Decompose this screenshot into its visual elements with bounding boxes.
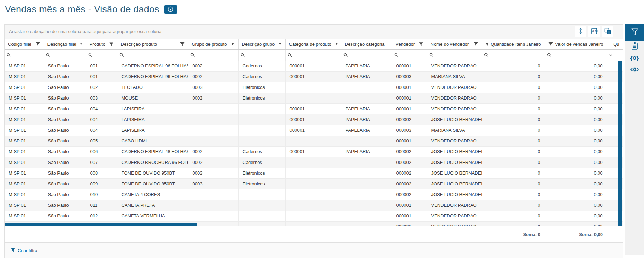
filter-cell[interactable] (392, 49, 427, 61)
filters-button[interactable] (625, 24, 644, 41)
preview-button[interactable] (625, 64, 644, 76)
grid-cell: M SP 01 (5, 211, 44, 221)
filter-cell[interactable] (5, 49, 44, 61)
header-filter-icon[interactable] (80, 42, 82, 46)
column-header[interactable]: Quantidade Itens Janeiro (482, 39, 545, 49)
filter-cell[interactable] (188, 49, 238, 61)
filter-cell[interactable] (86, 49, 117, 61)
filter-cell[interactable] (44, 49, 86, 61)
filter-cell[interactable] (238, 49, 285, 61)
horizontal-scrollbar[interactable] (5, 223, 197, 226)
header-filter-icon[interactable] (231, 42, 234, 46)
filter-icon (11, 248, 15, 253)
grid-cell: 0,00 (545, 222, 607, 226)
header-filter-icon[interactable] (548, 42, 553, 46)
column-header[interactable]: Nome do vendedor (427, 39, 482, 49)
filter-input[interactable] (400, 53, 425, 58)
grid-cell: CANETA 4 CORES (117, 189, 188, 200)
filter-input[interactable] (94, 53, 115, 58)
column-header[interactable]: Descrição produto (117, 39, 188, 49)
filter-input[interactable] (553, 53, 605, 58)
search-icon (190, 53, 195, 57)
grid-cell: 0003 (188, 168, 238, 178)
parameters-button[interactable]: {0} (625, 53, 644, 64)
report-button[interactable] (625, 41, 644, 53)
grid-cell: PAPELARIA (341, 125, 392, 136)
grid-cell: 009 (86, 178, 117, 189)
search-icon (429, 53, 433, 57)
filter-cell[interactable] (285, 49, 341, 61)
create-filter-link[interactable]: Criar filtro (11, 248, 37, 253)
grid-cell: VENDEDOR PADRAO (427, 93, 482, 103)
filter-cell[interactable] (427, 49, 482, 61)
grid-cell: LAPISEIRA (117, 114, 188, 125)
info-icon (168, 6, 173, 13)
grid-cell: M SP 01 (5, 200, 44, 211)
filter-cell[interactable] (545, 49, 607, 61)
filter-input[interactable] (125, 53, 186, 58)
collapse-rows-button[interactable] (575, 26, 586, 37)
grid-cell: Cadernos (238, 146, 285, 157)
column-header[interactable]: Grupo de produto (188, 39, 238, 49)
column-header[interactable]: Descrição filial (44, 39, 86, 49)
summary-cell (86, 226, 117, 243)
filter-cell[interactable] (341, 49, 392, 61)
filter-input[interactable] (52, 53, 83, 58)
grid-cell: 0,00 (545, 93, 607, 103)
filter-cell[interactable] (482, 49, 545, 61)
column-chooser-icon (604, 28, 611, 36)
column-header[interactable]: Categoria de produto (285, 39, 341, 49)
filter-cell[interactable] (117, 49, 188, 61)
header-filter-icon[interactable] (336, 42, 338, 46)
header-filter-icon[interactable] (474, 42, 478, 46)
column-header[interactable]: Produto (86, 39, 117, 49)
grid-cell: JOSE LUCIO BERNADEI (427, 189, 482, 200)
grid-cell: 0002 (188, 146, 238, 157)
grid-cell (285, 82, 341, 93)
column-chooser-button[interactable] (602, 26, 613, 37)
grid-cell: 000002 (392, 146, 427, 157)
column-header[interactable]: Descrição grupo (238, 39, 285, 49)
info-button[interactable] (164, 5, 177, 14)
grid-cell (285, 168, 341, 178)
header-filter-icon[interactable] (109, 42, 113, 46)
filter-input[interactable] (435, 53, 480, 58)
filter-input[interactable] (294, 53, 339, 58)
grid-cell: 0002 (188, 157, 238, 168)
filter-input[interactable] (349, 53, 390, 58)
grid-cell (238, 222, 285, 226)
header-filter-icon[interactable] (279, 42, 281, 46)
header-filter-icon[interactable] (36, 42, 40, 46)
vertical-scrollbar[interactable] (618, 61, 622, 226)
search-icon (46, 53, 50, 57)
header-filter-icon[interactable] (180, 42, 185, 46)
grid-cell: São Paulo (44, 211, 86, 221)
column-header[interactable]: Qu (607, 39, 623, 49)
filter-input[interactable] (247, 53, 283, 58)
column-header[interactable]: Código filial (5, 39, 44, 49)
grid-cell (238, 114, 285, 125)
filter-input[interactable] (614, 53, 621, 58)
table-row: M SP 01São Paulo004LAPISEIRA000001PAPELA… (5, 125, 623, 136)
export-xlsx-button[interactable]: XLS (588, 26, 600, 37)
column-header-label: Valor de vendas Janeiro (555, 41, 603, 47)
grid-cell: São Paulo (44, 93, 86, 103)
grid-cell: CANETA VERMELHA (117, 211, 188, 221)
grid-cell (341, 222, 392, 226)
table-row: M SP 01São Paulo005CABO HDMI000001VENDED… (5, 136, 623, 146)
grid-cell: 0 (482, 189, 545, 200)
filter-cell[interactable] (607, 49, 623, 61)
column-header[interactable]: Valor de vendas Janeiro (545, 39, 607, 49)
header-filter-icon[interactable] (611, 42, 611, 46)
header-filter-icon[interactable] (419, 42, 423, 46)
column-header[interactable]: Vendedor (392, 39, 427, 49)
grid-cell: 004 (86, 114, 117, 125)
filter-input[interactable] (490, 53, 542, 58)
filter-input[interactable] (196, 53, 236, 58)
filter-input[interactable] (12, 53, 42, 58)
eye-icon (630, 66, 639, 74)
column-header[interactable]: Descrição categoria (341, 39, 392, 49)
header-filter-icon[interactable] (485, 42, 489, 46)
grid-cell: 0 (482, 222, 545, 226)
group-panel[interactable]: Arrastar o cabeçalho de uma coluna para … (5, 25, 623, 39)
